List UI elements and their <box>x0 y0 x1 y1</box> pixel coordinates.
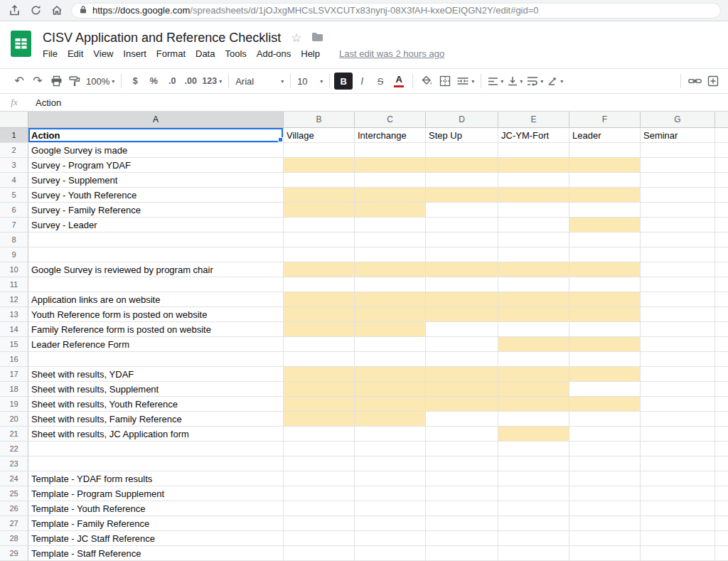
cell-A1[interactable]: Action <box>28 128 284 143</box>
cell-D9[interactable] <box>426 247 498 262</box>
cell-C18[interactable] <box>355 382 426 397</box>
row-header-29[interactable]: 29 <box>0 546 28 561</box>
cell-F4[interactable] <box>569 173 641 188</box>
cell-G13[interactable] <box>641 307 715 322</box>
cell-B9[interactable] <box>284 247 355 262</box>
cell-E28[interactable] <box>498 531 569 546</box>
cell-C29[interactable] <box>355 546 426 561</box>
cell-A29[interactable]: Template - Staff Reference <box>28 546 284 561</box>
row-header-14[interactable]: 14 <box>0 322 28 337</box>
address-bar[interactable]: https://docs.google.com/spreadsheets/d/1… <box>71 3 721 18</box>
column-header-B[interactable]: B <box>284 112 355 128</box>
cell-E25[interactable] <box>498 486 569 501</box>
cell-G22[interactable] <box>641 442 715 456</box>
row-header-9[interactable]: 9 <box>0 247 28 262</box>
cell-F12[interactable] <box>569 292 641 307</box>
row-header-7[interactable]: 7 <box>0 218 28 233</box>
menu-view[interactable]: View <box>88 48 118 59</box>
cell-A18[interactable]: Sheet with results, Supplement <box>28 382 284 397</box>
cell-B20[interactable] <box>284 412 355 427</box>
cell-B16[interactable] <box>284 352 355 367</box>
cell-C9[interactable] <box>355 247 426 262</box>
cell-C7[interactable] <box>355 218 426 233</box>
cell-F2[interactable] <box>569 143 641 158</box>
cell-F13[interactable] <box>569 307 641 322</box>
cell-E2[interactable] <box>498 143 569 158</box>
cell-C26[interactable] <box>355 501 426 516</box>
cell-C11[interactable] <box>355 277 426 292</box>
cell-F29[interactable] <box>569 546 641 561</box>
cell-B25[interactable] <box>284 486 355 501</box>
cell-A19[interactable]: Sheet with results, Youth Reference <box>28 397 284 412</box>
row-header-18[interactable]: 18 <box>0 382 28 397</box>
cell-E11[interactable] <box>498 277 569 292</box>
cell-B7[interactable] <box>284 218 355 233</box>
cell-D12[interactable] <box>426 292 498 307</box>
cell-G11[interactable] <box>641 277 715 292</box>
cell-D23[interactable] <box>426 456 498 471</box>
cell-C10[interactable] <box>355 262 426 277</box>
cell-G18[interactable] <box>641 382 715 397</box>
cell-D7[interactable] <box>426 218 498 233</box>
vertical-align-button[interactable]: ▾ <box>505 72 525 90</box>
cell-E27[interactable] <box>498 516 569 531</box>
cell-D26[interactable] <box>426 501 498 516</box>
cell-D10[interactable] <box>426 262 498 277</box>
cell-G1[interactable]: Seminar <box>641 128 715 143</box>
cell-F17[interactable] <box>569 367 641 382</box>
last-edit-link[interactable]: Last edit was 2 hours ago <box>339 48 444 59</box>
cell-A23[interactable] <box>28 456 284 471</box>
cell-E20[interactable] <box>498 412 569 427</box>
cell-B26[interactable] <box>284 501 355 516</box>
zoom-select[interactable]: 100%▾ <box>84 72 117 90</box>
row-header-21[interactable]: 21 <box>0 427 28 442</box>
cell-E19[interactable] <box>498 397 569 412</box>
column-header-D[interactable]: D <box>426 112 498 128</box>
cell-B5[interactable] <box>284 188 355 203</box>
cell-C2[interactable] <box>355 143 426 158</box>
menu-insert[interactable]: Insert <box>118 48 151 59</box>
cell-D3[interactable] <box>426 158 498 173</box>
cell-F1[interactable]: Leader <box>569 128 641 143</box>
insert-button[interactable] <box>704 72 722 90</box>
row-header-28[interactable]: 28 <box>0 531 28 546</box>
cell-G28[interactable] <box>641 531 715 546</box>
print-button[interactable] <box>47 72 65 90</box>
cell-G29[interactable] <box>641 546 715 561</box>
cell-F11[interactable] <box>569 277 641 292</box>
cell-A3[interactable]: Survey - Program YDAF <box>28 158 284 173</box>
cell-F20[interactable] <box>569 412 641 427</box>
column-header-A[interactable]: A <box>28 112 284 128</box>
undo-button[interactable]: ↶ <box>10 72 28 90</box>
cell-C8[interactable] <box>355 233 426 247</box>
row-header-6[interactable]: 6 <box>0 203 28 218</box>
cell-G14[interactable] <box>641 322 715 337</box>
column-header-F[interactable]: F <box>569 112 641 128</box>
star-icon[interactable]: ☆ <box>291 32 301 44</box>
cell-B8[interactable] <box>284 233 355 247</box>
cell-E21[interactable] <box>498 427 569 442</box>
more-formats-button[interactable]: 123▾ <box>200 72 224 90</box>
cell-E8[interactable] <box>498 233 569 247</box>
cell-C24[interactable] <box>355 471 426 486</box>
cell-E22[interactable] <box>498 442 569 456</box>
cell-A28[interactable]: Template - JC Staff Reference <box>28 531 284 546</box>
cell-F5[interactable] <box>569 188 641 203</box>
cell-C14[interactable] <box>355 322 426 337</box>
cell-B19[interactable] <box>284 397 355 412</box>
cell-B13[interactable] <box>284 307 355 322</box>
cell-C28[interactable] <box>355 531 426 546</box>
merge-cells-button[interactable]: ▾ <box>454 72 476 90</box>
cell-D28[interactable] <box>426 531 498 546</box>
cell-E1[interactable]: JC-YM-Fort <box>498 128 569 143</box>
cell-B24[interactable] <box>284 471 355 486</box>
cell-E6[interactable] <box>498 203 569 218</box>
cell-D21[interactable] <box>426 427 498 442</box>
cell-C3[interactable] <box>355 158 426 173</box>
cell-C25[interactable] <box>355 486 426 501</box>
cell-A21[interactable]: Sheet with results, JC Application form <box>28 427 284 442</box>
cell-D25[interactable] <box>426 486 498 501</box>
menu-addons[interactable]: Add-ons <box>252 48 296 59</box>
cell-B22[interactable] <box>284 442 355 456</box>
cell-D14[interactable] <box>426 322 498 337</box>
